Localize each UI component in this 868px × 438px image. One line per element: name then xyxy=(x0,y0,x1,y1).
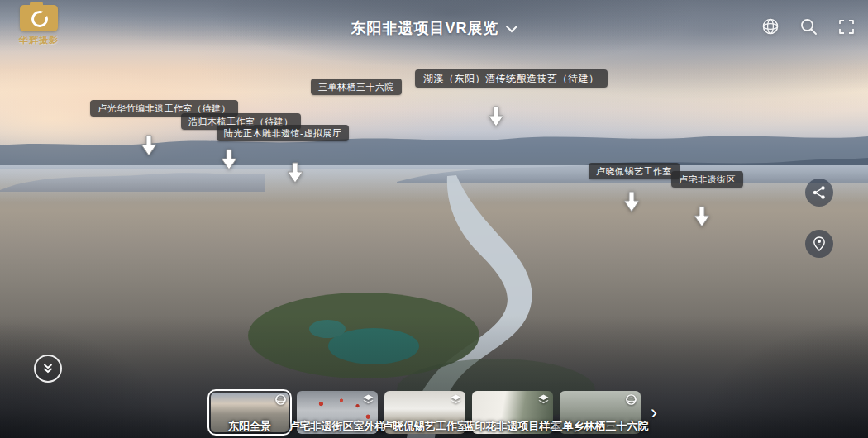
scene-title-dropdown[interactable]: 东阳非遗项目VR展览 xyxy=(0,18,868,38)
scenes-badge-icon xyxy=(537,393,550,406)
hotspot-label[interactable]: 湖溪（东阳）酒传统酿造技艺（待建） xyxy=(415,69,608,88)
scene-thumbnail[interactable]: 卢晓侃锡艺工作室 xyxy=(384,391,465,434)
viewer-toolbar xyxy=(761,17,856,36)
sky-clouds xyxy=(0,0,868,438)
visitor-icon xyxy=(812,236,827,251)
hotspot-arrow-icon[interactable] xyxy=(623,191,640,212)
hotspot-label[interactable]: 陆光正木雕非遗馆-虚拟展厅 xyxy=(217,125,349,141)
city-panorama xyxy=(0,0,868,438)
gyroscope-icon[interactable] xyxy=(761,17,780,36)
scene-thumbnail-label: 蓝印花非遗项目样本 xyxy=(465,419,561,434)
scene-thumbnail-label: 三单乡林栖三十六院 xyxy=(552,419,649,434)
scene-thumbnail[interactable]: 蓝印花非遗项目样本 xyxy=(472,391,553,434)
hotspot-arrow-icon[interactable] xyxy=(141,135,157,156)
scenes-badge-icon xyxy=(362,393,374,406)
fullscreen-icon[interactable] xyxy=(837,17,856,36)
collapse-carousel-button[interactable] xyxy=(34,355,62,383)
hotspot-label[interactable]: 卢晓侃锡艺工作室 xyxy=(589,163,680,179)
scene-thumbnail-label: 卢宅非遗街区室外样 xyxy=(289,419,386,434)
search-icon[interactable] xyxy=(799,17,818,36)
hotspot-label[interactable]: 三单林栖三十六院 xyxy=(311,79,402,95)
double-chevron-down-icon xyxy=(42,363,54,374)
scene-thumbnail[interactable]: 东阳全景 xyxy=(209,391,290,434)
carousel-next-button[interactable]: › xyxy=(647,402,659,434)
scene-thumbnail-label: 卢晓侃锡艺工作室 xyxy=(382,419,468,434)
page-title: 东阳非遗项目VR展览 xyxy=(351,18,498,38)
scene-thumbnail[interactable]: 三单乡林栖三十六院 xyxy=(560,391,641,434)
pano-badge-icon xyxy=(274,393,287,406)
share-button[interactable] xyxy=(805,179,833,207)
visitor-button[interactable] xyxy=(805,230,833,258)
hotspot-arrow-icon[interactable] xyxy=(221,149,237,170)
hotspot-arrow-icon[interactable] xyxy=(694,206,710,227)
scene-thumbnail[interactable]: 卢宅非遗街区室外样 xyxy=(297,391,378,434)
hotspot-arrow-icon[interactable] xyxy=(488,106,504,127)
share-icon xyxy=(812,185,827,200)
vignette-overlay xyxy=(0,0,868,438)
scene-carousel: 东阳全景 卢宅非遗街区室外样 卢晓侃锡艺工作室 蓝印花非遗项目样 xyxy=(209,391,659,434)
hotspot-arrow-icon[interactable] xyxy=(287,162,303,183)
pano-badge-icon xyxy=(625,393,637,406)
chevron-down-icon xyxy=(506,26,517,33)
panorama-viewer[interactable]: 华辉摄影 东阳非遗项目VR展览 卢光华竹编非遗工作室（待建） 浩归木梳工作室（待… xyxy=(0,0,868,438)
scene-thumbnail-label: 东阳全景 xyxy=(228,419,271,434)
scenes-badge-icon xyxy=(450,393,462,406)
hotspot-label[interactable]: 卢宅非遗街区 xyxy=(671,171,743,188)
